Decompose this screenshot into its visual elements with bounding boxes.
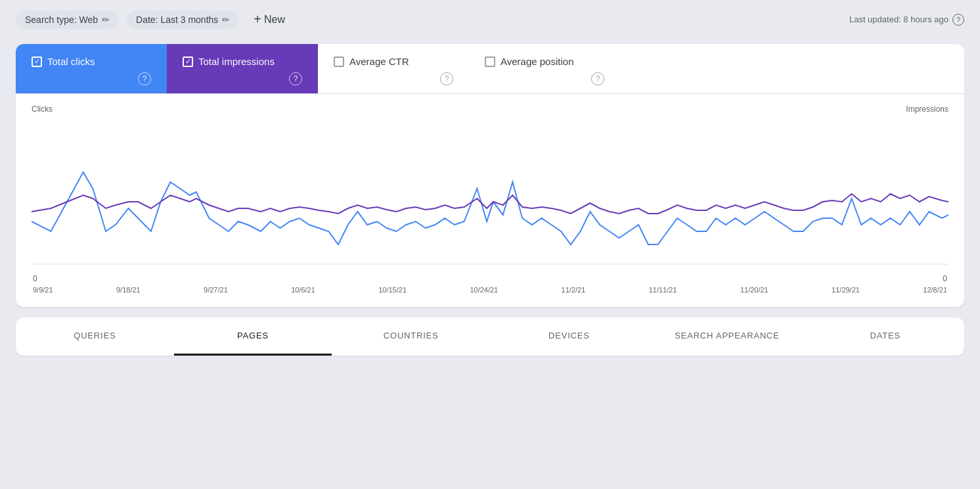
zero-right: 0 bbox=[943, 274, 947, 283]
tab-search-appearance[interactable]: SEARCH APPEARANCE bbox=[648, 317, 807, 356]
tab-clicks-header: ✓ Total clicks bbox=[32, 56, 151, 67]
x-axis-labels: 9/9/21 9/18/21 9/27/21 10/6/21 10/15/21 … bbox=[32, 286, 948, 294]
x-label-1: 9/18/21 bbox=[116, 286, 141, 294]
x-label-8: 11/20/21 bbox=[740, 286, 768, 294]
chart-area: Clicks Impressions 0 0 9/9/21 9/18/21 9/… bbox=[16, 94, 964, 307]
zero-labels: 0 0 bbox=[32, 274, 948, 283]
filter1-label: Search type: Web bbox=[25, 14, 98, 25]
position-checkbox[interactable] bbox=[485, 57, 495, 67]
line-chart bbox=[32, 116, 948, 274]
tab-impressions-header: ✓ Total impressions bbox=[183, 56, 302, 67]
impressions-label: Total impressions bbox=[198, 56, 275, 67]
last-updated: Last updated: 8 hours ago ? bbox=[849, 14, 964, 26]
x-label-0: 9/9/21 bbox=[33, 286, 53, 294]
chart-axis-labels: Clicks Impressions bbox=[32, 105, 948, 114]
x-label-2: 9/27/21 bbox=[204, 286, 228, 294]
last-updated-text: Last updated: 8 hours ago bbox=[849, 14, 948, 24]
x-label-6: 11/2/21 bbox=[562, 286, 586, 294]
edit-icon: ✏ bbox=[102, 14, 110, 25]
new-button[interactable]: + New bbox=[247, 8, 292, 31]
zero-left: 0 bbox=[33, 274, 37, 283]
tab-ctr-header: Average CTR bbox=[334, 56, 453, 67]
tab-clicks-footer: ? bbox=[32, 72, 151, 85]
x-label-7: 11/11/21 bbox=[649, 286, 677, 294]
bottom-tabs: QUERIES PAGES COUNTRIES DEVICES SEARCH A… bbox=[16, 317, 964, 356]
impressions-checkbox[interactable]: ✓ bbox=[183, 57, 193, 67]
right-axis-label: Impressions bbox=[906, 105, 948, 114]
clicks-label: Total clicks bbox=[47, 56, 95, 67]
plus-icon: + bbox=[254, 12, 261, 27]
clicks-checkbox[interactable]: ✓ bbox=[32, 57, 42, 67]
tab-ctr-footer: ? bbox=[334, 72, 453, 85]
position-help-icon[interactable]: ? bbox=[591, 72, 604, 85]
tab-total-clicks[interactable]: ✓ Total clicks ? bbox=[16, 44, 167, 93]
ctr-label: Average CTR bbox=[349, 56, 409, 67]
impressions-help-icon[interactable]: ? bbox=[289, 72, 302, 85]
help-icon[interactable]: ? bbox=[952, 14, 964, 26]
tab-average-position[interactable]: Average position ? bbox=[469, 44, 620, 93]
date-filter[interactable]: Date: Last 3 months ✏ bbox=[127, 11, 239, 29]
chart-wrapper bbox=[32, 116, 948, 274]
new-label: New bbox=[264, 14, 285, 26]
tab-devices[interactable]: DEVICES bbox=[490, 317, 648, 356]
edit-icon2: ✏ bbox=[222, 14, 230, 25]
tab-impressions-footer: ? bbox=[183, 72, 302, 85]
search-type-filter[interactable]: Search type: Web ✏ bbox=[16, 11, 119, 29]
x-label-3: 10/6/21 bbox=[291, 286, 315, 294]
metric-tabs: ✓ Total clicks ? ✓ Total impressions ? A… bbox=[16, 44, 964, 94]
tab-position-footer: ? bbox=[485, 72, 604, 85]
tab-average-ctr[interactable]: Average CTR ? bbox=[318, 44, 469, 93]
tab-queries[interactable]: QUERIES bbox=[16, 317, 174, 356]
position-label: Average position bbox=[501, 56, 573, 67]
top-bar: Search type: Web ✏ Date: Last 3 months ✏… bbox=[0, 0, 980, 39]
tab-total-impressions[interactable]: ✓ Total impressions ? bbox=[167, 44, 318, 93]
ctr-help-icon[interactable]: ? bbox=[440, 72, 453, 85]
x-label-10: 12/8/21 bbox=[923, 286, 947, 294]
x-label-4: 10/15/21 bbox=[378, 286, 407, 294]
clicks-help-icon[interactable]: ? bbox=[138, 72, 151, 85]
main-chart-card: ✓ Total clicks ? ✓ Total impressions ? A… bbox=[16, 44, 964, 307]
left-axis-label: Clicks bbox=[32, 105, 53, 114]
filter2-label: Date: Last 3 months bbox=[136, 14, 218, 25]
tab-pages[interactable]: PAGES bbox=[174, 317, 332, 356]
x-label-9: 11/29/21 bbox=[832, 286, 860, 294]
tab-countries[interactable]: COUNTRIES bbox=[332, 317, 490, 356]
ctr-checkbox[interactable] bbox=[334, 57, 344, 67]
tab-dates[interactable]: DATES bbox=[806, 317, 964, 356]
x-label-5: 10/24/21 bbox=[470, 286, 498, 294]
tab-position-header: Average position bbox=[485, 56, 604, 67]
